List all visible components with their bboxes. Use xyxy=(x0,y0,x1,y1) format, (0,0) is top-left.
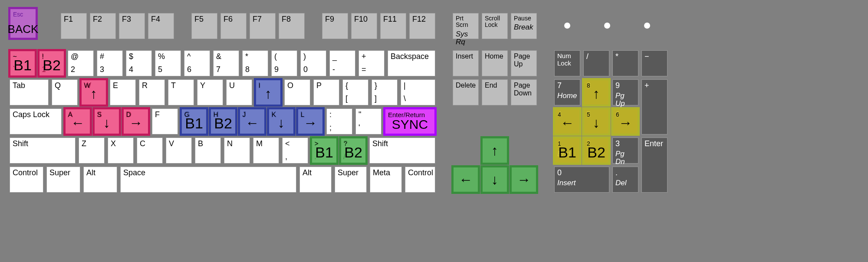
key-l[interactable]: L xyxy=(297,108,323,134)
numpad-add[interactable]: + xyxy=(641,79,667,134)
key-down[interactable] xyxy=(482,167,508,193)
key-rshift[interactable]: Shift xyxy=(369,138,435,164)
key-backslash[interactable]: |\ xyxy=(401,79,435,105)
key-equals[interactable]: += xyxy=(358,50,385,76)
key-period[interactable]: >. xyxy=(311,138,337,164)
key-0[interactable]: )0 xyxy=(300,50,326,76)
key-v[interactable]: V xyxy=(166,138,192,164)
key-f2[interactable]: F2 xyxy=(90,13,116,39)
key-f9[interactable]: F9 xyxy=(322,13,348,39)
key-quote[interactable]: "' xyxy=(355,108,381,134)
key-minus[interactable]: _- xyxy=(329,50,355,76)
key-pagedown[interactable]: Page Down xyxy=(511,79,537,105)
key-insert[interactable]: Insert xyxy=(453,50,479,76)
key-right[interactable] xyxy=(511,167,537,193)
key-up[interactable] xyxy=(482,138,508,164)
key-m[interactable]: M xyxy=(253,138,279,164)
key-6[interactable]: ^6 xyxy=(184,50,210,76)
numpad-dot[interactable]: .Del xyxy=(612,167,638,193)
key-lshift[interactable]: Shift xyxy=(10,138,76,164)
key-b[interactable]: B xyxy=(195,138,221,164)
numpad-2[interactable]: 2 xyxy=(583,138,609,164)
numpad-3[interactable]: 3Pg Dn xyxy=(612,138,638,164)
key-f4[interactable]: F4 xyxy=(148,13,174,39)
key-tab[interactable]: Tab xyxy=(10,79,49,105)
key-n[interactable]: N xyxy=(224,138,250,164)
key-prtscrn[interactable]: Prt ScrnSys Rq xyxy=(453,13,479,39)
key-g[interactable]: G xyxy=(181,108,207,134)
key-f7[interactable]: F7 xyxy=(250,13,276,39)
key-f8[interactable]: F8 xyxy=(279,13,305,39)
key-k[interactable]: K xyxy=(268,108,294,134)
key-comma[interactable]: <, xyxy=(282,138,308,164)
key-f5[interactable]: F5 xyxy=(191,13,217,39)
key-f3[interactable]: F3 xyxy=(119,13,145,39)
key-f12[interactable]: F12 xyxy=(409,13,435,39)
key-e[interactable]: E xyxy=(110,79,136,105)
numpad-7[interactable]: 7Home xyxy=(554,79,580,105)
key-o[interactable]: O xyxy=(284,79,310,105)
key-u[interactable]: U xyxy=(226,79,252,105)
key-s[interactable]: S xyxy=(94,108,120,134)
numpad-sub[interactable]: − xyxy=(641,50,667,76)
key-p[interactable]: P xyxy=(313,79,339,105)
numpad-1[interactable]: 1End xyxy=(554,138,580,164)
numpad-4[interactable]: 4 xyxy=(554,108,580,134)
key-capslock[interactable]: Caps Lock xyxy=(10,108,62,134)
key-pageup[interactable]: Page Up xyxy=(511,50,537,76)
key-enter[interactable] xyxy=(385,108,435,134)
key-d[interactable]: D xyxy=(123,108,149,134)
numpad-mul[interactable]: * xyxy=(612,50,638,76)
key-meta[interactable]: Meta xyxy=(370,167,402,193)
numpad-div[interactable]: / xyxy=(583,50,609,76)
numpad-enter[interactable]: Enter xyxy=(641,138,667,193)
numpad-5[interactable]: 5 xyxy=(583,108,609,134)
key-lbracket[interactable]: {[ xyxy=(342,79,368,105)
key-8[interactable]: *8 xyxy=(242,50,268,76)
key-rbracket[interactable]: }] xyxy=(372,79,398,105)
numpad-numlock[interactable]: Num Lock xyxy=(554,50,580,76)
key-a[interactable]: A xyxy=(65,108,91,134)
numpad-0[interactable]: 0Insert xyxy=(554,167,609,193)
key-i[interactable]: I xyxy=(255,79,281,105)
key-c[interactable]: C xyxy=(137,138,163,164)
key-z[interactable]: Z xyxy=(79,138,105,164)
key-backtick[interactable]: ~` xyxy=(10,50,36,76)
key-f11[interactable]: F11 xyxy=(380,13,406,39)
key-h[interactable]: H xyxy=(210,108,236,134)
key-f6[interactable]: F6 xyxy=(220,13,247,39)
key-delete[interactable]: Delete xyxy=(453,79,479,105)
key-7[interactable]: &7 xyxy=(213,50,239,76)
key-rcontrol[interactable]: Control xyxy=(405,167,435,193)
numpad-9[interactable]: 9Pg Up xyxy=(612,79,638,105)
key-f[interactable]: F xyxy=(152,108,178,134)
key-home[interactable]: Home xyxy=(482,50,508,76)
key-y[interactable]: Y xyxy=(197,79,223,105)
key-1[interactable]: !1 xyxy=(39,50,65,76)
key-3[interactable]: #3 xyxy=(97,50,123,76)
key-2[interactable]: @2 xyxy=(68,50,94,76)
key-lsuper[interactable]: Super xyxy=(46,167,80,193)
key-x[interactable]: X xyxy=(108,138,134,164)
numpad-8[interactable]: 8 xyxy=(583,79,609,105)
key-scrolllock[interactable]: Scroll Lock xyxy=(482,13,508,39)
key-4[interactable]: $4 xyxy=(126,50,152,76)
key-pause[interactable]: PauseBreak xyxy=(511,13,537,39)
key-f10[interactable]: F10 xyxy=(351,13,377,39)
key-w[interactable]: W xyxy=(81,79,107,105)
key-r[interactable]: R xyxy=(139,79,165,105)
key-lalt[interactable]: Alt xyxy=(83,167,117,193)
key-q[interactable]: Q xyxy=(52,79,78,105)
key-left[interactable] xyxy=(453,167,479,193)
key-t[interactable]: T xyxy=(168,79,194,105)
key-backspace[interactable]: Backspace xyxy=(388,50,435,76)
key-ralt[interactable]: Alt xyxy=(299,167,332,193)
key-space[interactable]: Space xyxy=(120,167,296,193)
key-9[interactable]: (9 xyxy=(271,50,297,76)
key-semicolon[interactable]: :; xyxy=(326,108,352,134)
key-slash[interactable]: ?/ xyxy=(340,138,366,164)
key-rsuper[interactable]: Super xyxy=(335,167,367,193)
key-j[interactable]: J xyxy=(239,108,265,134)
key-lcontrol[interactable]: Control xyxy=(10,167,43,193)
key-f1[interactable]: F1 xyxy=(61,13,87,39)
